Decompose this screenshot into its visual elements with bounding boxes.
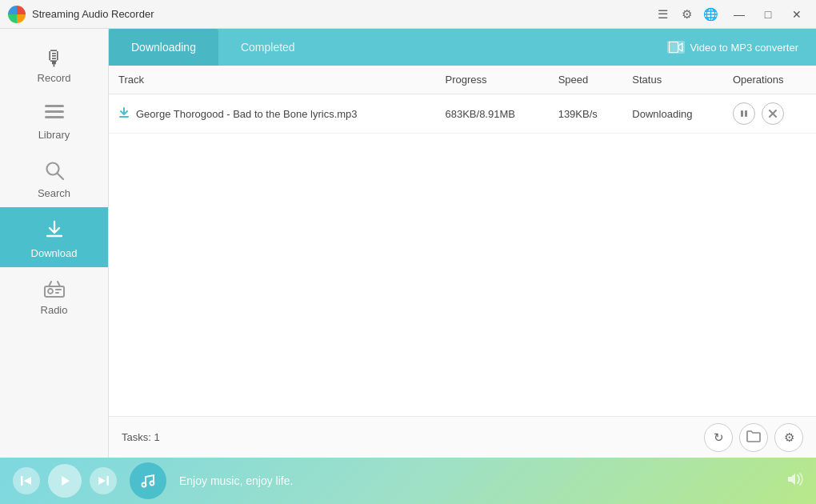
- svg-line-4: [58, 174, 63, 179]
- svg-rect-11: [745, 110, 747, 117]
- tab-completed[interactable]: Completed: [218, 29, 318, 66]
- title-bar-icons: ☰ ⚙ 🌐: [653, 5, 720, 24]
- download-table-container: Track Progress Speed Status Operations G…: [109, 66, 816, 416]
- settings-icon: ⚙: [784, 430, 794, 445]
- svg-rect-2: [45, 116, 64, 118]
- prev-button[interactable]: [13, 467, 40, 494]
- cell-operations: [723, 94, 816, 134]
- library-icon: [44, 103, 65, 126]
- svg-rect-7: [55, 289, 62, 290]
- globe-icon-btn[interactable]: 🌐: [701, 5, 720, 24]
- video-converter-button[interactable]: Video to MP3 converter: [659, 37, 806, 58]
- svg-rect-14: [21, 476, 23, 486]
- cancel-button[interactable]: [762, 102, 784, 125]
- window-controls: — □ ✕: [728, 6, 808, 22]
- tab-bar: Downloading Completed Video to MP3 conve…: [109, 29, 816, 66]
- sidebar-label-record: Record: [38, 72, 71, 84]
- refresh-button[interactable]: ↻: [704, 423, 733, 452]
- search-icon: [44, 160, 65, 184]
- tab-downloading[interactable]: Downloading: [109, 29, 218, 66]
- sidebar: 🎙 Record Library Search: [0, 29, 109, 458]
- folder-button[interactable]: [739, 423, 768, 452]
- content-area: Downloading Completed Video to MP3 conve…: [109, 29, 816, 458]
- app-title: Streaming Audio Recorder: [32, 8, 653, 20]
- refresh-icon: ↻: [714, 430, 724, 445]
- player-volume: [786, 472, 803, 490]
- minimize-button[interactable]: —: [728, 6, 750, 22]
- sidebar-label-radio: Radio: [41, 304, 68, 316]
- title-bar: Streaming Audio Recorder ☰ ⚙ 🌐 — □ ✕: [0, 0, 816, 29]
- main-layout: 🎙 Record Library Search: [0, 29, 816, 458]
- col-speed: Speed: [549, 66, 623, 94]
- play-button[interactable]: [48, 464, 82, 498]
- col-operations: Operations: [723, 66, 816, 94]
- sidebar-item-radio[interactable]: Radio: [0, 267, 108, 324]
- maximize-button[interactable]: □: [757, 6, 779, 22]
- sidebar-label-download: Download: [31, 247, 78, 259]
- download-table: Track Progress Speed Status Operations G…: [109, 66, 816, 134]
- download-icon: [43, 218, 66, 244]
- app-logo: [8, 6, 26, 23]
- svg-rect-9: [670, 42, 678, 53]
- player-album-art: [130, 462, 166, 499]
- track-filename: George Thorogood - Bad to the Bone lyric…: [136, 108, 358, 120]
- pause-button[interactable]: [733, 102, 755, 125]
- sidebar-item-library[interactable]: Library: [0, 92, 108, 149]
- player-bar: Enjoy music, enjoy life.: [0, 458, 816, 504]
- cell-progress: 683KB/8.91MB: [436, 94, 549, 134]
- svg-rect-15: [107, 476, 110, 486]
- svg-rect-8: [55, 292, 59, 294]
- col-track: Track: [109, 66, 436, 94]
- svg-point-6: [48, 289, 53, 294]
- close-button[interactable]: ✕: [786, 6, 808, 22]
- tasks-label: Tasks: 1: [122, 431, 698, 443]
- sidebar-item-record[interactable]: 🎙 Record: [0, 37, 108, 92]
- svg-rect-0: [45, 105, 64, 107]
- sidebar-item-download[interactable]: Download: [0, 207, 108, 267]
- player-enjoy-text: Enjoy music, enjoy life.: [179, 474, 778, 487]
- sidebar-label-search: Search: [38, 187, 70, 199]
- folder-icon: [746, 430, 761, 445]
- col-progress: Progress: [436, 66, 549, 94]
- cell-speed: 139KB/s: [549, 94, 623, 134]
- svg-rect-10: [741, 110, 743, 117]
- svg-point-16: [142, 483, 146, 487]
- table-row: George Thorogood - Bad to the Bone lyric…: [109, 94, 816, 134]
- record-icon: 🎙: [44, 48, 65, 69]
- volume-icon: [786, 472, 803, 490]
- table-header-row: Track Progress Speed Status Operations: [109, 66, 816, 94]
- download-table-body: George Thorogood - Bad to the Bone lyric…: [109, 94, 816, 134]
- next-button[interactable]: [90, 467, 117, 494]
- status-bar: Tasks: 1 ↻ ⚙: [109, 416, 816, 458]
- track-download-icon: [118, 107, 130, 121]
- video-icon: [667, 41, 685, 54]
- video-converter-label: Video to MP3 converter: [690, 42, 798, 54]
- settings-button[interactable]: ⚙: [774, 423, 803, 452]
- sidebar-label-library: Library: [38, 129, 70, 141]
- cell-track: George Thorogood - Bad to the Bone lyric…: [109, 94, 436, 134]
- cell-status: Downloading: [622, 94, 723, 134]
- col-status: Status: [622, 66, 723, 94]
- svg-rect-1: [45, 110, 64, 113]
- radio-icon: [43, 278, 66, 301]
- menu-icon-btn[interactable]: ☰: [653, 5, 672, 24]
- sidebar-item-search[interactable]: Search: [0, 149, 108, 207]
- settings-icon-btn[interactable]: ⚙: [677, 5, 696, 24]
- svg-point-17: [150, 482, 154, 486]
